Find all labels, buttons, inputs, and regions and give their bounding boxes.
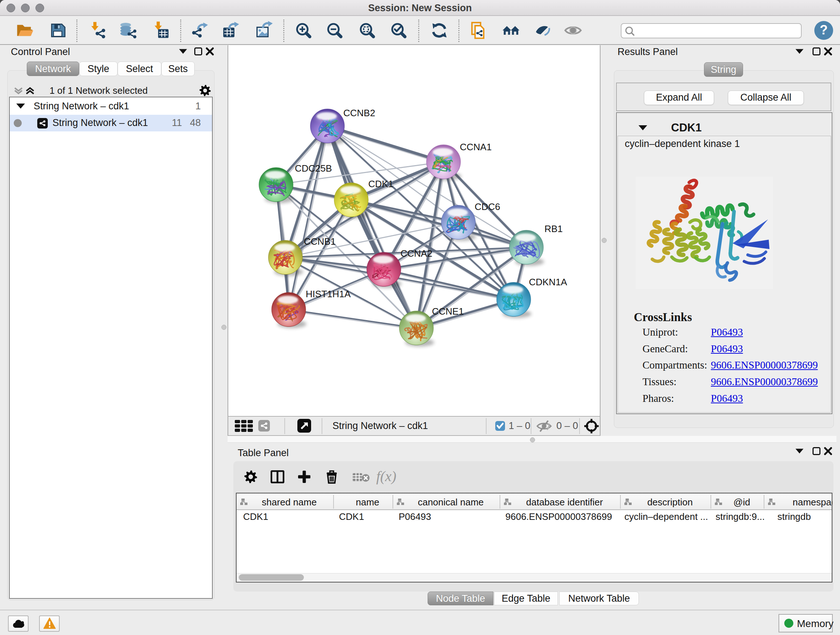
svg-text:RB1: RB1 — [545, 223, 563, 234]
svg-text:CCNA1: CCNA1 — [460, 141, 492, 152]
svg-text:CCNB1: CCNB1 — [304, 236, 336, 247]
svg-text:CCNE1: CCNE1 — [432, 306, 464, 317]
svg-text:CDK1: CDK1 — [368, 179, 393, 189]
svg-text:CDC6: CDC6 — [475, 201, 500, 212]
svg-text:CDC25B: CDC25B — [295, 163, 332, 174]
svg-text:CCNA2: CCNA2 — [401, 248, 432, 259]
svg-text:CDKN1A: CDKN1A — [529, 277, 567, 287]
svg-text:CCNB2: CCNB2 — [343, 108, 375, 119]
svg-text:HIST1H1A: HIST1H1A — [306, 288, 351, 299]
